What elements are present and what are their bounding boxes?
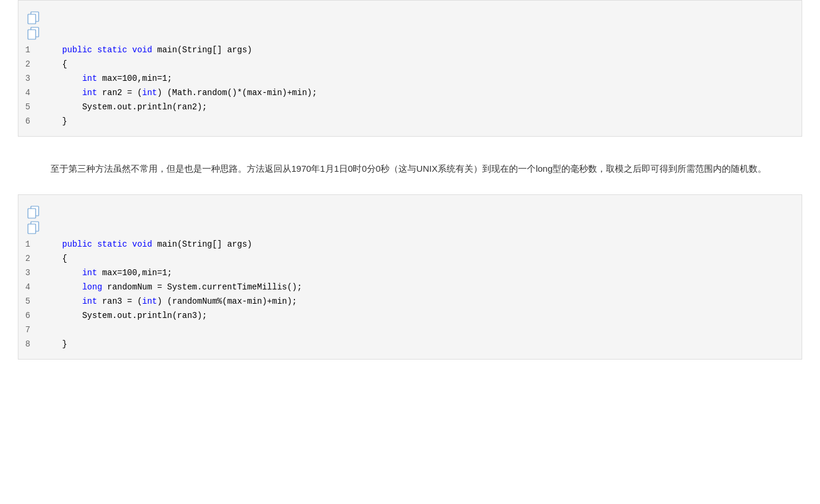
line-number: 2 (18, 254, 42, 263)
line-number: 1 (18, 45, 42, 55)
line-content: long randomNum = System.currentTimeMilli… (42, 282, 802, 292)
table-row: 5 int ran3 = (int) (randomNum%(max-min)+… (18, 296, 802, 310)
line-content: public static void main(String[] args) (42, 240, 802, 249)
icon-bar-2 (18, 201, 802, 239)
table-row: 2 { (18, 253, 802, 267)
icon-bar-1 (18, 7, 802, 45)
line-content: int max=100,min=1; (42, 74, 802, 83)
line-number: 2 (18, 59, 42, 69)
copy-icon-1b[interactable] (27, 27, 40, 40)
table-row: 5 System.out.println(ran2); (18, 102, 802, 116)
paragraph-text: 至于第三种方法虽然不常用，但是也是一种思路。方法返回从1970年1月1日0时0分… (0, 137, 820, 194)
copy-icon-2b[interactable] (27, 221, 40, 234)
code-block-2: 1 public static void main(String[] args)… (18, 194, 802, 360)
line-content: System.out.println(ran3); (42, 311, 802, 320)
line-number: 7 (18, 325, 42, 335)
line-number: 6 (18, 311, 42, 320)
table-row: 1 public static void main(String[] args) (18, 239, 802, 253)
svg-rect-3 (28, 30, 36, 39)
line-content: System.out.println(ran2); (42, 102, 802, 112)
copy-icon-2a[interactable] (27, 206, 40, 219)
line-number: 3 (18, 268, 42, 278)
table-row: 1 public static void main(String[] args) (18, 45, 802, 59)
table-row: 4 int ran2 = (int) (Math.random()*(max-m… (18, 87, 802, 102)
table-row: 6 System.out.println(ran3); (18, 310, 802, 325)
page-wrapper: 1 public static void main(String[] args)… (0, 0, 820, 504)
table-row: 6 } (18, 116, 802, 130)
line-content: } (42, 116, 802, 126)
code-lines-1: 1 public static void main(String[] args)… (18, 45, 802, 130)
copy-icon-1a[interactable] (27, 11, 40, 24)
code-block-1: 1 public static void main(String[] args)… (18, 0, 802, 137)
line-content: { (42, 254, 802, 263)
table-row: 3 int max=100,min=1; (18, 267, 802, 282)
line-content: int ran3 = (int) (randomNum%(max-min)+mi… (42, 297, 802, 306)
line-number: 4 (18, 88, 42, 97)
line-content: int ran2 = (int) (Math.random()*(max-min… (42, 88, 802, 97)
line-number: 3 (18, 74, 42, 83)
paragraph-content: 至于第三种方法虽然不常用，但是也是一种思路。方法返回从1970年1月1日0时0分… (33, 163, 766, 174)
line-content: int max=100,min=1; (42, 268, 802, 278)
svg-rect-1 (28, 14, 36, 24)
line-number: 4 (18, 282, 42, 292)
line-content: { (42, 59, 802, 69)
table-row: 8 } (18, 339, 802, 353)
line-content: } (42, 339, 802, 349)
line-number: 5 (18, 297, 42, 306)
line-number: 8 (18, 339, 42, 349)
table-row: 3 int max=100,min=1; (18, 73, 802, 87)
line-number: 6 (18, 116, 42, 126)
table-row: 7 (18, 325, 802, 339)
svg-rect-5 (28, 209, 36, 218)
svg-rect-7 (28, 224, 36, 234)
line-number: 1 (18, 240, 42, 249)
table-row: 4 long randomNum = System.currentTimeMil… (18, 282, 802, 296)
line-number: 5 (18, 102, 42, 112)
table-row: 2 { (18, 59, 802, 73)
line-content: public static void main(String[] args) (42, 45, 802, 55)
code-lines-2: 1 public static void main(String[] args)… (18, 239, 802, 353)
